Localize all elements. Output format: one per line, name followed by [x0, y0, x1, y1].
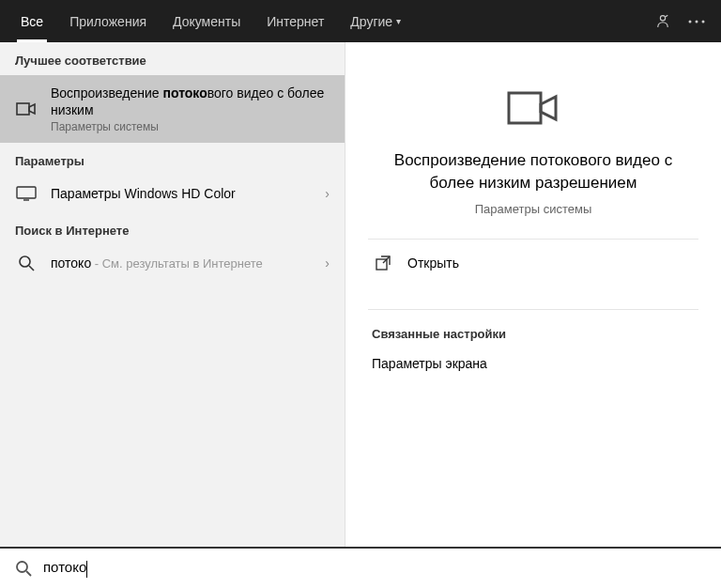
preview-panel: Воспроизведение потокового видео с более…	[345, 42, 721, 547]
web-search-result[interactable]: потоко - См. результаты в Интернете ›	[0, 245, 345, 282]
open-action[interactable]: Открыть	[368, 240, 698, 286]
result-body: потоко - См. результаты в Интернете	[51, 255, 317, 272]
more-icon[interactable]	[680, 5, 713, 39]
tab-label: Интернет	[267, 14, 324, 29]
header-bar: Все Приложения Документы Интернет Другие…	[0, 0, 721, 42]
result-body: Воспроизведение потокового видео с более…	[51, 85, 330, 133]
search-bar[interactable]: потоко	[0, 547, 721, 588]
svg-point-9	[17, 562, 27, 572]
result-subtitle: Параметры системы	[51, 120, 330, 133]
tab-label: Документы	[173, 14, 240, 29]
tab-other[interactable]: Другие▾	[337, 0, 414, 42]
video-camera-icon	[368, 89, 698, 127]
tab-all[interactable]: Все	[8, 0, 56, 42]
search-input[interactable]: потоко	[43, 559, 706, 577]
results-panel: Лучшее соответствие Воспроизведение пото…	[0, 42, 345, 547]
tabs: Все Приложения Документы Интернет Другие…	[8, 0, 414, 42]
open-label: Открыть	[407, 255, 459, 271]
tab-label: Приложения	[69, 14, 146, 29]
svg-rect-4	[17, 103, 29, 115]
tab-label: Другие	[350, 14, 392, 29]
settings-result[interactable]: Параметры Windows HD Color ›	[0, 176, 345, 211]
settings-header: Параметры	[0, 143, 345, 176]
result-body: Параметры Windows HD Color	[51, 185, 317, 202]
best-match-header: Лучшее соответствие	[0, 42, 345, 75]
chevron-down-icon: ▾	[396, 16, 401, 26]
feedback-icon[interactable]	[646, 5, 680, 39]
best-match-result[interactable]: Воспроизведение потокового видео с более…	[0, 75, 345, 143]
svg-rect-5	[17, 187, 36, 198]
svg-point-3	[702, 20, 705, 23]
open-icon	[372, 255, 394, 271]
content-area: Лучшее соответствие Воспроизведение пото…	[0, 42, 721, 547]
search-icon	[15, 560, 32, 577]
result-title: Параметры Windows HD Color	[51, 185, 317, 202]
preview-subtitle: Параметры системы	[368, 202, 698, 216]
tab-apps[interactable]: Приложения	[56, 0, 160, 42]
svg-point-6	[20, 256, 30, 267]
svg-rect-7	[509, 93, 541, 123]
chevron-right-icon: ›	[325, 255, 330, 271]
web-search-header: Поиск в Интернете	[0, 212, 345, 245]
search-icon	[15, 255, 38, 271]
chevron-right-icon: ›	[325, 186, 330, 201]
result-title: потоко - См. результаты в Интернете	[51, 255, 317, 272]
tab-web[interactable]: Интернет	[253, 0, 337, 42]
related-setting-item[interactable]: Параметры экрана	[368, 348, 698, 379]
svg-point-2	[696, 20, 698, 23]
svg-point-1	[689, 20, 692, 23]
preview-title: Воспроизведение потокового видео с более…	[368, 149, 698, 194]
result-title: Воспроизведение потокового видео с более…	[51, 85, 330, 118]
svg-point-0	[660, 15, 665, 20]
video-camera-icon	[15, 101, 38, 116]
display-icon	[15, 186, 38, 201]
related-settings-header: Связанные настройки	[368, 310, 698, 348]
tab-documents[interactable]: Документы	[160, 0, 253, 42]
tab-label: Все	[21, 14, 43, 29]
